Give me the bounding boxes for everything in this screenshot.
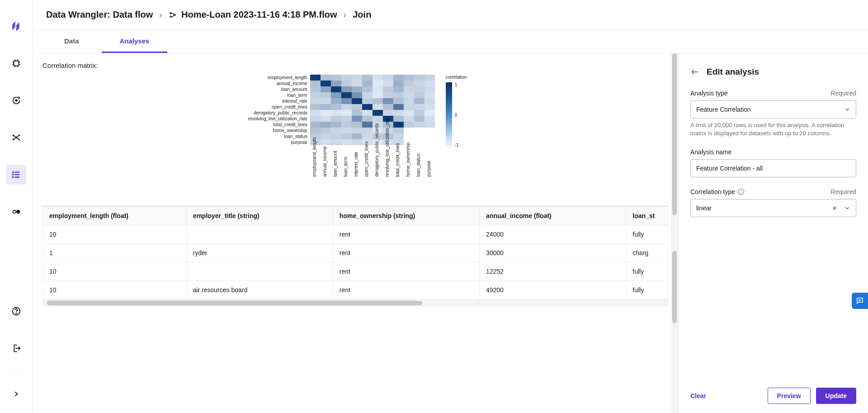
heatmap-cell bbox=[425, 122, 435, 128]
required-label: Required bbox=[830, 90, 856, 97]
tab-analyses[interactable]: Analyses bbox=[102, 30, 168, 53]
breadcrumb-root[interactable]: Data Wrangler: Data flow bbox=[46, 9, 153, 20]
info-icon[interactable]: i bbox=[738, 189, 744, 195]
svg-point-11 bbox=[16, 210, 20, 214]
heatmap-cell bbox=[352, 116, 362, 122]
help-icon[interactable] bbox=[6, 301, 26, 321]
refresh-icon[interactable] bbox=[6, 90, 26, 110]
heatmap-cell bbox=[362, 116, 373, 122]
table-header[interactable]: employer_title (string) bbox=[186, 207, 333, 225]
heatmap-cell bbox=[331, 75, 341, 81]
table-cell: fully bbox=[626, 281, 668, 299]
heatmap-cell bbox=[362, 128, 373, 133]
heatmap-cell bbox=[383, 75, 393, 81]
heatmap-cell bbox=[310, 110, 321, 116]
breadcrumb-node[interactable]: Join bbox=[353, 9, 371, 20]
expand-icon[interactable] bbox=[6, 384, 26, 404]
heatmap-cell bbox=[341, 92, 352, 98]
table-cell: 1 bbox=[43, 244, 187, 262]
heatmap-cell bbox=[352, 133, 362, 139]
heatmap-cell bbox=[341, 104, 352, 110]
analysis-type-select[interactable]: Feature Correlation bbox=[690, 100, 856, 119]
table-header[interactable]: annual_income (float) bbox=[480, 207, 626, 225]
shapes-icon[interactable] bbox=[6, 202, 26, 222]
heatmap-cell bbox=[393, 116, 404, 122]
correlation-heatmap: employment_lengthannual_incomeloan_amoun… bbox=[42, 75, 668, 192]
heatmap-y-label: derogatory_public_records bbox=[247, 110, 310, 115]
heatmap-cell bbox=[352, 81, 362, 86]
correlation-type-select[interactable]: linear bbox=[690, 199, 856, 217]
heatmap-cell bbox=[414, 133, 425, 139]
heatmap-y-label: employment_length bbox=[247, 75, 310, 80]
heatmap-cell bbox=[414, 104, 425, 110]
svg-point-1 bbox=[15, 100, 17, 101]
heatmap-legend: correlation 1 0 -1 bbox=[446, 75, 467, 147]
analysis-name-value: Feature Correlation - all bbox=[696, 165, 763, 172]
heatmap-cell bbox=[362, 86, 373, 92]
heatmap-cell bbox=[321, 75, 331, 81]
analysis-type-label: Analysis type bbox=[690, 90, 727, 97]
table-header[interactable]: loan_st bbox=[626, 207, 668, 225]
table-cell: fully bbox=[626, 225, 668, 244]
analysis-name-input[interactable]: Feature Correlation - all bbox=[690, 159, 856, 177]
heatmap-cell bbox=[414, 110, 425, 116]
heatmap-cell bbox=[331, 86, 341, 92]
back-arrow-icon[interactable] bbox=[690, 67, 699, 76]
heatmap-cell bbox=[393, 128, 404, 133]
analysis-name-label: Analysis name bbox=[690, 148, 731, 156]
table-row[interactable]: 10rent12252fully bbox=[43, 262, 668, 281]
heatmap-cell bbox=[383, 104, 393, 110]
heatmap-cell bbox=[414, 128, 425, 133]
heatmap-cell bbox=[331, 133, 341, 139]
preview-button[interactable]: Preview bbox=[768, 388, 811, 404]
heatmap-cell bbox=[331, 139, 341, 145]
heatmap-cell bbox=[341, 133, 352, 139]
heatmap-cell bbox=[404, 81, 414, 86]
update-button[interactable]: Update bbox=[816, 388, 856, 404]
heatmap-cell bbox=[341, 122, 352, 128]
heatmap-cell bbox=[321, 116, 331, 122]
legend-tick: 0 bbox=[455, 113, 459, 118]
table-row[interactable]: 1ryderrent30000charg bbox=[43, 244, 668, 262]
legend-tick: -1 bbox=[455, 142, 459, 147]
section-title: Correlation matrix: bbox=[42, 62, 668, 69]
heatmap-cell bbox=[331, 116, 341, 122]
heatmap-cell bbox=[341, 75, 352, 81]
heatmap-cell bbox=[425, 86, 435, 92]
table-header[interactable]: employment_length (float) bbox=[43, 207, 187, 225]
clear-icon[interactable] bbox=[831, 205, 838, 211]
table-cell: 49200 bbox=[480, 281, 626, 299]
chip-icon[interactable] bbox=[6, 53, 26, 73]
heatmap-cell bbox=[352, 122, 362, 128]
heatmap-cell bbox=[341, 86, 352, 92]
list-icon[interactable] bbox=[6, 165, 26, 185]
heatmap-cell bbox=[373, 98, 383, 104]
tab-data[interactable]: Data bbox=[46, 30, 97, 53]
panel-title: Edit analysis bbox=[707, 67, 759, 77]
heatmap-cell bbox=[352, 75, 362, 81]
heatmap-cell bbox=[352, 86, 362, 92]
graph-icon[interactable] bbox=[6, 128, 26, 147]
heatmap-cell bbox=[310, 92, 321, 98]
heatmap-cell bbox=[310, 122, 321, 128]
svg-point-14 bbox=[170, 12, 171, 14]
required-label: Required bbox=[830, 188, 856, 195]
heatmap-cell bbox=[373, 86, 383, 92]
preview-table: employment_length (float)employer_title … bbox=[42, 206, 668, 299]
chat-icon[interactable] bbox=[852, 293, 868, 309]
horizontal-scrollbar[interactable] bbox=[42, 299, 668, 307]
breadcrumb-file[interactable]: Home-Loan 2023-11-16 4:18 PM.flow bbox=[181, 9, 337, 20]
logout-icon[interactable] bbox=[6, 338, 26, 358]
heatmap-cell bbox=[341, 139, 352, 145]
heatmap-cell bbox=[310, 116, 321, 122]
studio-logo-icon[interactable] bbox=[6, 16, 26, 36]
heatmap-cell bbox=[341, 110, 352, 116]
table-row[interactable]: 10air resources boardrent49200fully bbox=[43, 281, 668, 299]
heatmap-cell bbox=[393, 98, 404, 104]
vertical-scrollbar[interactable] bbox=[671, 53, 678, 413]
chevron-down-icon bbox=[844, 205, 850, 211]
table-cell: ryder bbox=[186, 244, 333, 262]
table-header[interactable]: home_ownership (string) bbox=[333, 207, 479, 225]
table-row[interactable]: 10rent24000fully bbox=[43, 225, 668, 244]
clear-button[interactable]: Clear bbox=[690, 388, 706, 404]
